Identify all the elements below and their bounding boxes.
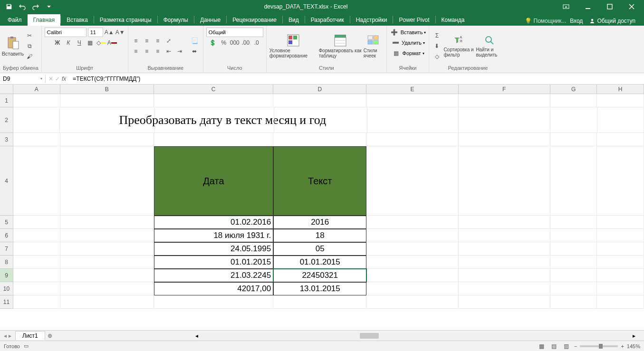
underline-button[interactable]: Ч <box>75 38 84 47</box>
macro-record-icon[interactable]: ▭ <box>24 343 29 349</box>
align-center-button[interactable]: ≡ <box>142 47 152 56</box>
clear-button[interactable]: ◇ <box>432 52 442 61</box>
cell-E9[interactable] <box>366 269 458 282</box>
italic-button[interactable]: К <box>64 38 73 47</box>
name-box[interactable]: D9▾ <box>0 75 46 83</box>
cell-C7[interactable]: 24.05.1995 <box>154 242 273 256</box>
cell-H7[interactable] <box>597 242 644 256</box>
cell-F6[interactable] <box>459 229 550 242</box>
cell-E4[interactable] <box>366 146 458 216</box>
tab-review[interactable]: Рецензирование <box>227 14 282 26</box>
cell-C6[interactable]: 18 июля 1931 г. <box>154 229 273 242</box>
fill-button[interactable]: ⬇ <box>432 41 442 51</box>
align-right-button[interactable]: ≡ <box>153 47 163 56</box>
comma-format-button[interactable]: 000 <box>230 38 240 47</box>
cell-F11[interactable] <box>459 295 550 309</box>
cell-D8[interactable]: 01.01.2015 <box>273 256 366 269</box>
percent-format-button[interactable]: % <box>219 38 229 47</box>
cell-D9[interactable]: 22450321 <box>273 269 366 282</box>
cell-styles-button[interactable]: Стили ячеек <box>364 34 384 58</box>
cell-H11[interactable] <box>597 295 644 309</box>
cell-F5[interactable] <box>459 216 550 229</box>
cell-C2[interactable] <box>155 107 274 133</box>
cell-G4[interactable] <box>550 146 597 216</box>
cell-B7[interactable] <box>60 242 154 256</box>
cell-G7[interactable] <box>550 242 597 256</box>
cell-F1[interactable] <box>459 94 550 107</box>
view-pagelayout-button[interactable]: ▤ <box>549 342 559 351</box>
column-header-C[interactable]: C <box>154 85 273 94</box>
cell-G8[interactable] <box>550 256 597 269</box>
cell-D6[interactable]: 18 <box>273 229 366 242</box>
column-header-E[interactable]: E <box>366 85 458 94</box>
qat-customize[interactable] <box>43 1 55 12</box>
cell-C10[interactable]: 42017,00 <box>154 282 273 295</box>
paste-button[interactable]: Вставить <box>3 36 23 57</box>
cell-C3[interactable] <box>154 133 273 146</box>
cell-C11[interactable] <box>154 295 273 309</box>
column-header-G[interactable]: G <box>550 85 597 94</box>
cell-B4[interactable] <box>60 146 154 216</box>
cell-B6[interactable] <box>60 229 154 242</box>
align-left-button[interactable]: ≡ <box>131 47 141 56</box>
cell-E10[interactable] <box>366 282 458 295</box>
tab-formulas[interactable]: Формулы <box>158 14 194 26</box>
cell-B5[interactable] <box>60 216 154 229</box>
cell-C8[interactable]: 01.01.2015 <box>154 256 273 269</box>
add-sheet-button[interactable]: ⊕ <box>45 331 55 341</box>
cell-C1[interactable] <box>154 94 273 107</box>
decrease-font-button[interactable]: A▼ <box>115 28 125 37</box>
cell-F3[interactable] <box>459 133 550 146</box>
redo-button[interactable] <box>29 1 42 12</box>
cell-B9[interactable] <box>60 269 154 282</box>
cell-B8[interactable] <box>60 256 154 269</box>
cell-B11[interactable] <box>60 295 154 309</box>
cell-H6[interactable] <box>597 229 644 242</box>
row-header-7[interactable]: 7 <box>0 242 13 256</box>
enter-formula-button[interactable]: ✓ <box>55 76 60 82</box>
cell-F4[interactable] <box>459 146 550 216</box>
tab-home[interactable]: Главная <box>28 14 61 26</box>
format-painter-button[interactable]: 🖌 <box>25 52 34 61</box>
row-header-9[interactable]: 9 <box>0 269 13 282</box>
merge-center-button[interactable]: ⬌ <box>189 47 200 56</box>
align-top-button[interactable]: ≡ <box>131 36 141 46</box>
cells-format-button[interactable]: ▦ <box>392 48 401 58</box>
decrease-indent-button[interactable]: ⇤ <box>164 47 173 56</box>
cell-D7[interactable]: 05 <box>273 242 366 256</box>
column-header-D[interactable]: D <box>273 85 366 94</box>
bold-button[interactable]: Ж <box>53 38 62 47</box>
tab-insert[interactable]: Вставка <box>61 14 94 26</box>
cell-F10[interactable] <box>459 282 550 295</box>
row-header-2[interactable]: 2 <box>0 107 13 133</box>
cell-D11[interactable] <box>273 295 366 309</box>
cell-E8[interactable] <box>366 256 458 269</box>
increase-font-button[interactable]: A▲ <box>105 28 114 37</box>
cell-A6[interactable] <box>13 229 60 242</box>
cell-F2[interactable] <box>459 107 550 133</box>
format-as-table-button[interactable]: Форматировать как таблицу <box>319 34 362 58</box>
cell-H8[interactable] <box>597 256 644 269</box>
tab-powerpivot[interactable]: Power Pivot <box>393 14 435 26</box>
cell-G10[interactable] <box>550 282 597 295</box>
tab-addins[interactable]: Надстройки <box>350 14 393 26</box>
cell-H1[interactable] <box>597 94 644 107</box>
cell-G5[interactable] <box>550 216 597 229</box>
sort-filter-button[interactable]: AЯ Сортировка и фильтр <box>443 35 474 57</box>
zoom-level[interactable]: 145% <box>627 343 640 349</box>
formula-bar[interactable]: =ТЕКСТ(C9;"ГГГГММДД") <box>69 75 644 83</box>
tab-nav-first[interactable]: ◂ <box>4 332 7 339</box>
cell-D4[interactable]: Текст <box>273 146 366 216</box>
conditional-formatting-button[interactable]: Условное форматирование <box>269 34 317 58</box>
fill-color-button[interactable]: ◇ <box>96 38 106 47</box>
cell-A2[interactable] <box>13 107 60 133</box>
cell-C5[interactable]: 01.02.2016 <box>154 216 273 229</box>
cell-H4[interactable] <box>597 146 644 216</box>
tab-team[interactable]: Команда <box>436 14 471 26</box>
cell-D10[interactable]: 13.01.2015 <box>273 282 366 295</box>
tab-data[interactable]: Данные <box>194 14 226 26</box>
cells-insert-button[interactable]: ➕ <box>390 28 399 37</box>
view-normal-button[interactable]: ▦ <box>537 342 547 351</box>
horizontal-scrollbar[interactable]: ◂▸ <box>195 332 635 339</box>
sheet-tab-1[interactable]: Лист1 <box>15 331 45 340</box>
